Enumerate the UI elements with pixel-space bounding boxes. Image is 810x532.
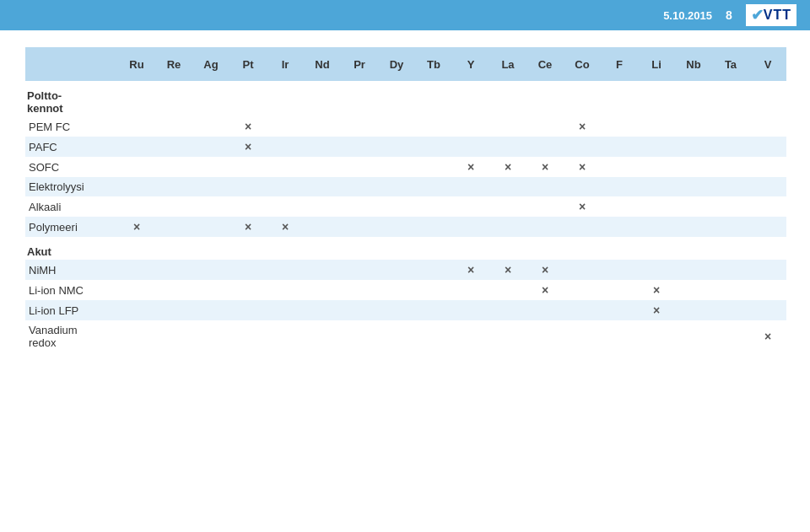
table-cell bbox=[415, 320, 452, 352]
table-cell bbox=[230, 280, 267, 300]
table-cell bbox=[712, 217, 749, 237]
table-cell bbox=[378, 280, 415, 300]
table-cell bbox=[155, 280, 192, 300]
table-cell bbox=[341, 300, 378, 320]
table-cell bbox=[749, 137, 786, 157]
cross-mark: × bbox=[245, 140, 251, 153]
table-row: PAFC× bbox=[25, 137, 786, 157]
table-cell bbox=[378, 300, 415, 320]
table-cell bbox=[341, 137, 378, 157]
col-header-co: Co bbox=[564, 47, 601, 81]
table-cell bbox=[712, 300, 749, 320]
cross-mark: × bbox=[282, 220, 289, 234]
table-cell bbox=[452, 137, 489, 157]
table-cell bbox=[489, 177, 526, 196]
header-bar: 5.10.2015 8 ✔ VTT bbox=[0, 0, 810, 30]
table-cell bbox=[526, 116, 564, 137]
table-row: NiMH××× bbox=[25, 260, 786, 280]
table-cell bbox=[675, 116, 712, 137]
table-cell: × bbox=[564, 196, 601, 217]
cross-mark: × bbox=[579, 160, 586, 174]
table-cell: × bbox=[638, 300, 675, 320]
table-cell bbox=[415, 116, 452, 137]
table-cell: × bbox=[230, 116, 267, 137]
col-header-ag: Ag bbox=[192, 47, 230, 81]
col-header-ta: Ta bbox=[712, 47, 749, 81]
table-cell bbox=[341, 116, 378, 137]
table-cell bbox=[378, 217, 415, 237]
table-cell: × bbox=[118, 217, 155, 237]
table-cell bbox=[601, 300, 638, 320]
cross-mark: × bbox=[579, 200, 586, 213]
table-cell bbox=[378, 116, 415, 137]
table-cell bbox=[192, 116, 230, 137]
cross-mark: × bbox=[505, 263, 511, 277]
table-cell bbox=[155, 260, 192, 280]
table-cell bbox=[452, 320, 489, 352]
col-header-pt: Pt bbox=[230, 47, 267, 81]
col-header-tb: Tb bbox=[415, 47, 452, 81]
cross-mark: × bbox=[653, 304, 660, 317]
table-cell bbox=[341, 217, 378, 237]
table-cell bbox=[267, 320, 304, 352]
table-row: SOFC×××× bbox=[25, 157, 786, 177]
table-row: Elektrolyysi bbox=[25, 177, 786, 196]
table-cell bbox=[192, 196, 230, 217]
col-header-dy: Dy bbox=[378, 47, 415, 81]
table-cell bbox=[341, 157, 378, 177]
table-cell bbox=[304, 217, 341, 237]
col-header-pr: Pr bbox=[341, 47, 378, 81]
table-cell bbox=[564, 300, 601, 320]
table-cell bbox=[230, 260, 267, 280]
table-cell bbox=[489, 217, 526, 237]
table-cell bbox=[638, 260, 675, 280]
table-cell bbox=[601, 280, 638, 300]
table-cell bbox=[304, 116, 341, 137]
table-cell bbox=[155, 217, 192, 237]
table-cell bbox=[564, 217, 601, 237]
materials-table: Ru Re Ag Pt Ir Nd Pr Dy Tb Y La Ce Co F … bbox=[25, 47, 786, 352]
table-row: Li-ion NMC×× bbox=[25, 280, 786, 300]
table-cell bbox=[118, 157, 155, 177]
table-cell bbox=[230, 196, 267, 217]
row-label: SOFC bbox=[25, 157, 118, 177]
cross-mark: × bbox=[653, 283, 660, 297]
table-cell bbox=[304, 280, 341, 300]
table-row: PEM FC×× bbox=[25, 116, 786, 137]
table-cell bbox=[304, 320, 341, 352]
table-cell bbox=[749, 157, 786, 177]
table-cell bbox=[378, 157, 415, 177]
table-cell bbox=[304, 177, 341, 196]
table-cell bbox=[638, 217, 675, 237]
col-header-f: F bbox=[601, 47, 638, 81]
table-cell bbox=[601, 157, 638, 177]
col-header-label bbox=[25, 47, 118, 81]
table-cell bbox=[155, 137, 192, 157]
table-cell bbox=[749, 260, 786, 280]
table-cell bbox=[675, 260, 712, 280]
table-cell bbox=[489, 137, 526, 157]
table-cell bbox=[341, 320, 378, 352]
table-cell bbox=[452, 217, 489, 237]
table-cell bbox=[415, 177, 452, 196]
table-cell: × bbox=[267, 217, 304, 237]
col-header-ir: Ir bbox=[267, 47, 304, 81]
table-cell bbox=[564, 260, 601, 280]
table-cell bbox=[415, 196, 452, 217]
table-cell: × bbox=[452, 157, 489, 177]
table-cell bbox=[564, 177, 601, 196]
table-cell bbox=[489, 320, 526, 352]
table-cell bbox=[192, 260, 230, 280]
table-cell: × bbox=[638, 280, 675, 300]
col-header-ce: Ce bbox=[526, 47, 564, 81]
table-cell bbox=[267, 260, 304, 280]
table-cell bbox=[192, 137, 230, 157]
table-cell bbox=[415, 157, 452, 177]
table-cell bbox=[712, 260, 749, 280]
table-row: Li-ion LFP× bbox=[25, 300, 786, 320]
table-cell bbox=[155, 177, 192, 196]
table-cell bbox=[378, 137, 415, 157]
table-cell bbox=[489, 116, 526, 137]
table-cell bbox=[230, 320, 267, 352]
table-cell: × bbox=[564, 157, 601, 177]
